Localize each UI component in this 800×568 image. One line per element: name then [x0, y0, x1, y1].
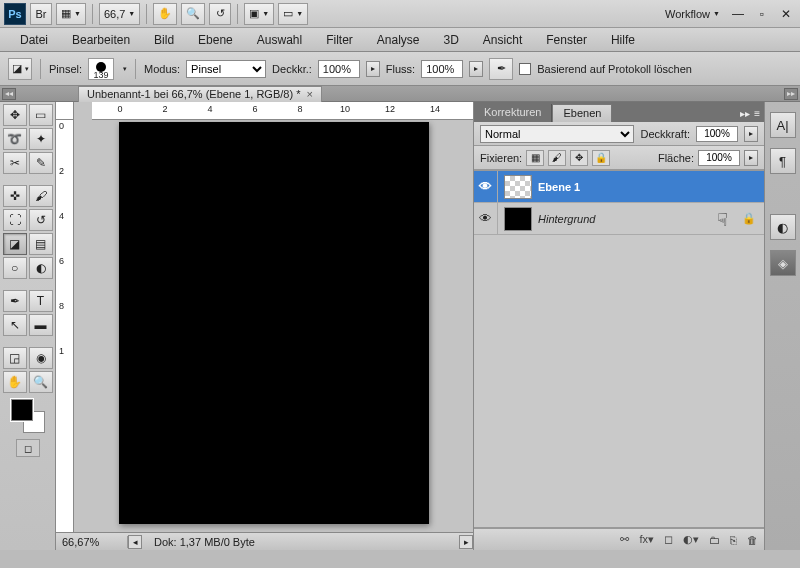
document-tab[interactable]: Unbenannt-1 bei 66,7% (Ebene 1, RGB/8) *… — [78, 86, 322, 102]
mode-select[interactable]: Pinsel — [186, 60, 266, 78]
blend-mode-select[interactable]: Normal — [480, 125, 634, 143]
lock-transparent-icon[interactable]: ▦ — [526, 150, 544, 166]
shape-tool[interactable]: ▬ — [29, 314, 53, 336]
marquee-tool[interactable]: ▭ — [29, 104, 53, 126]
menu-ansicht[interactable]: Ansicht — [471, 29, 534, 51]
close-tab-icon[interactable]: × — [306, 88, 312, 100]
layer-fx-icon[interactable]: fx▾ — [639, 533, 654, 546]
menu-analyse[interactable]: Analyse — [365, 29, 432, 51]
airbrush-toggle[interactable]: ✒ — [489, 58, 513, 80]
brush-preview[interactable]: 139 — [88, 58, 114, 80]
canvas[interactable] — [119, 122, 429, 524]
panel-bottom-bar: ⚯ fx▾ ◻ ◐▾ 🗀 ⎘ 🗑 — [474, 528, 764, 550]
menu-filter[interactable]: Filter — [314, 29, 365, 51]
menu-bild[interactable]: Bild — [142, 29, 186, 51]
layer-name[interactable]: Ebene 1 — [538, 181, 580, 193]
adjustments-panel-icon[interactable]: ◐ — [770, 214, 796, 240]
panel-menu-icon[interactable]: ≡ — [754, 108, 760, 119]
fg-swatch[interactable] — [11, 399, 33, 421]
current-tool-icon[interactable]: ◪▾ — [8, 58, 32, 80]
menu-bearbeiten[interactable]: Bearbeiten — [60, 29, 142, 51]
flow-flyout[interactable]: ▸ — [469, 61, 483, 77]
mini-bridge-button[interactable]: ▦▼ — [56, 3, 86, 25]
visibility-toggle[interactable]: 👁 — [474, 171, 498, 202]
layer-row[interactable]: 👁 Ebene 1 — [474, 171, 764, 203]
quick-select-tool[interactable]: ✦ — [29, 128, 53, 150]
tab-ebenen[interactable]: Ebenen — [552, 104, 612, 122]
menu-hilfe[interactable]: Hilfe — [599, 29, 647, 51]
color-swatches[interactable] — [11, 399, 45, 433]
lock-all-icon[interactable]: 🔒 — [592, 150, 610, 166]
erase-history-check[interactable] — [519, 63, 531, 75]
eraser-tool[interactable]: ◪ — [3, 233, 27, 255]
arrange-button[interactable]: ▣▼ — [244, 3, 274, 25]
healing-tool[interactable]: ✜ — [3, 185, 27, 207]
menu-auswahl[interactable]: Auswahl — [245, 29, 314, 51]
new-layer-icon[interactable]: ⎘ — [730, 534, 737, 546]
flow-field[interactable]: 100% — [421, 60, 463, 78]
link-layers-icon[interactable]: ⚯ — [620, 533, 629, 546]
zoom-tool[interactable]: 🔍 — [29, 371, 53, 393]
stamp-tool[interactable]: ⛶ — [3, 209, 27, 231]
pen-tool[interactable]: ✒ — [3, 290, 27, 312]
layer-row[interactable]: 👁 Hintergrund 🔒 ☟ — [474, 203, 764, 235]
panel-collapse-icon[interactable]: ▸▸ — [740, 108, 750, 119]
quick-mask-toggle[interactable]: ◻ — [16, 439, 40, 457]
layers-panel-icon[interactable]: ◈ — [770, 250, 796, 276]
zoom-display[interactable]: 66,7▼ — [99, 3, 140, 25]
path-tool[interactable]: ↖ — [3, 314, 27, 336]
opacity-input[interactable] — [696, 126, 738, 142]
gradient-tool[interactable]: ▤ — [29, 233, 53, 255]
eyedropper-tool[interactable]: ✎ — [29, 152, 53, 174]
rotate-view-top[interactable]: ↺ — [209, 3, 231, 25]
tab-korrekturen[interactable]: Korrekturen — [474, 104, 552, 122]
layer-name[interactable]: Hintergrund — [538, 213, 595, 225]
lasso-tool[interactable]: ➰ — [3, 128, 27, 150]
scroll-right[interactable]: ▸ — [459, 535, 473, 549]
menu-datei[interactable]: Datei — [8, 29, 60, 51]
layer-mask-icon[interactable]: ◻ — [664, 533, 673, 546]
lock-pixels-icon[interactable]: 🖌 — [548, 150, 566, 166]
delete-layer-icon[interactable]: 🗑 — [747, 534, 758, 546]
zoom-tool-top[interactable]: 🔍 — [181, 3, 205, 25]
hand-tool[interactable]: ✋ — [3, 371, 27, 393]
fill-slider-flyout[interactable]: ▸ — [744, 150, 758, 166]
paragraph-panel-icon[interactable]: ¶ — [770, 148, 796, 174]
viewport[interactable] — [74, 120, 473, 532]
3d-camera-tool[interactable]: ◉ — [29, 347, 53, 369]
bridge-button[interactable]: Br — [30, 3, 52, 25]
visibility-toggle[interactable]: 👁 — [474, 203, 498, 234]
collapse-right[interactable]: ▸▸ — [784, 88, 798, 100]
menu-fenster[interactable]: Fenster — [534, 29, 599, 51]
status-zoom[interactable]: 66,67% — [56, 536, 128, 548]
type-tool[interactable]: T — [29, 290, 53, 312]
close-button[interactable]: ✕ — [779, 7, 793, 21]
menu-3d[interactable]: 3D — [432, 29, 471, 51]
dodge-tool[interactable]: ◐ — [29, 257, 53, 279]
scroll-left[interactable]: ◂ — [128, 535, 142, 549]
3d-tool[interactable]: ◲ — [3, 347, 27, 369]
adjustment-layer-icon[interactable]: ◐▾ — [683, 533, 699, 546]
status-doc-info[interactable]: Dok: 1,37 MB/0 Byte — [142, 536, 459, 548]
hand-tool-top[interactable]: ✋ — [153, 3, 177, 25]
opacity-slider-flyout[interactable]: ▸ — [744, 126, 758, 142]
menu-ebene[interactable]: Ebene — [186, 29, 245, 51]
opacity-field[interactable]: 100% — [318, 60, 360, 78]
layer-thumb[interactable] — [504, 207, 532, 231]
layer-group-icon[interactable]: 🗀 — [709, 534, 720, 546]
crop-tool[interactable]: ✂ — [3, 152, 27, 174]
workspace-switcher[interactable]: Workflow ▼ — [661, 3, 724, 25]
blur-tool[interactable]: ○ — [3, 257, 27, 279]
brush-tool[interactable]: 🖌 — [29, 185, 53, 207]
collapse-left[interactable]: ◂◂ — [2, 88, 16, 100]
minimize-button[interactable]: — — [731, 7, 745, 21]
move-tool[interactable]: ✥ — [3, 104, 27, 126]
history-brush-tool[interactable]: ↺ — [29, 209, 53, 231]
character-panel-icon[interactable]: A| — [770, 112, 796, 138]
fill-input[interactable] — [698, 150, 740, 166]
opacity-flyout[interactable]: ▸ — [366, 61, 380, 77]
layer-thumb[interactable] — [504, 175, 532, 199]
lock-position-icon[interactable]: ✥ — [570, 150, 588, 166]
screen-mode-button[interactable]: ▭▼ — [278, 3, 308, 25]
maximize-button[interactable]: ▫ — [755, 7, 769, 21]
